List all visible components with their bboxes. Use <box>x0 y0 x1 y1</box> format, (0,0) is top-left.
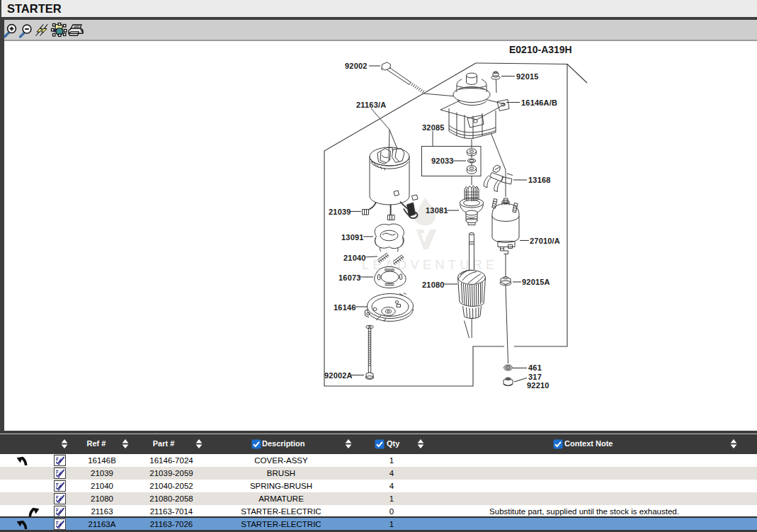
svg-text:92210: 92210 <box>527 381 550 390</box>
svg-text:27010/A: 27010/A <box>530 237 560 245</box>
svg-text:16146A/B: 16146A/B <box>521 98 557 107</box>
svg-text:461: 461 <box>528 363 542 372</box>
svg-text:16073: 16073 <box>338 273 361 282</box>
svg-text:21163/A: 21163/A <box>356 101 386 109</box>
svg-text:21039: 21039 <box>329 208 351 216</box>
svg-text:13168: 13168 <box>528 176 551 184</box>
svg-text:13091: 13091 <box>341 233 364 242</box>
svg-text:13081: 13081 <box>426 206 448 215</box>
svg-text:E0210-A319H: E0210-A319H <box>509 44 572 55</box>
svg-text:317: 317 <box>528 373 542 381</box>
svg-text:92033: 92033 <box>431 157 454 165</box>
svg-text:92015: 92015 <box>516 72 539 81</box>
svg-text:21040: 21040 <box>343 254 366 262</box>
svg-text:92015A: 92015A <box>522 278 550 286</box>
svg-text:92002: 92002 <box>345 62 368 70</box>
svg-text:16146: 16146 <box>334 303 356 312</box>
svg-text:21080: 21080 <box>422 281 445 289</box>
svg-text:32085: 32085 <box>422 123 445 132</box>
svg-text:92002A: 92002A <box>324 371 353 380</box>
